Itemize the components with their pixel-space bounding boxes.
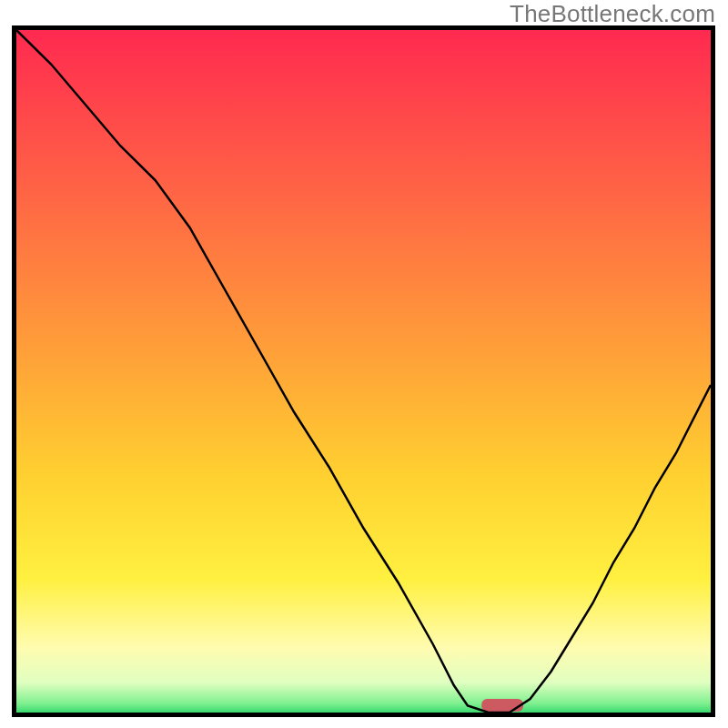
watermark-text: TheBottleneck.com [510, 0, 715, 28]
plot-background [12, 25, 715, 717]
optimal-marker [481, 699, 523, 712]
bottleneck-chart [12, 25, 715, 717]
chart-frame: TheBottleneck.com [0, 0, 728, 728]
